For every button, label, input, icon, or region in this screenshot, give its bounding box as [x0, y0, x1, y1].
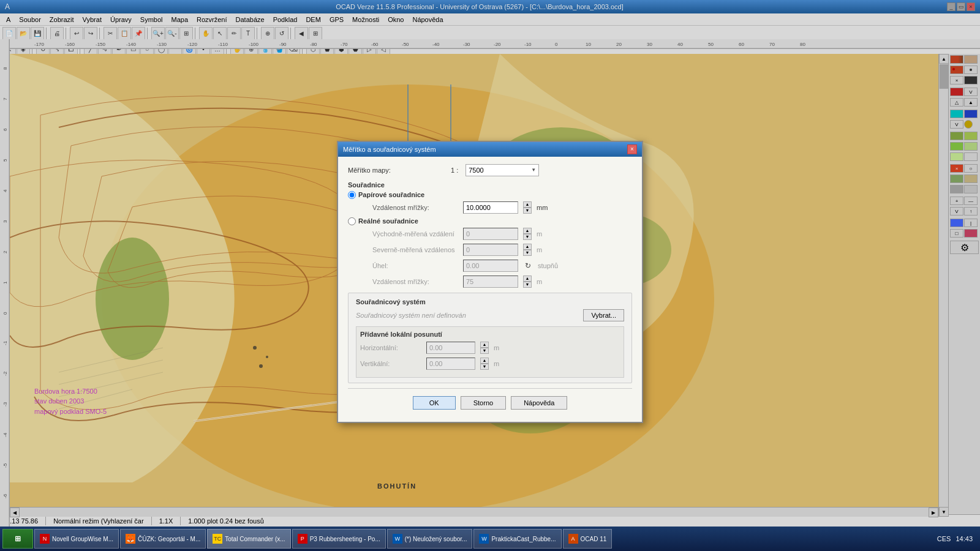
- vychodni-spinner[interactable]: ▲ ▼: [523, 228, 532, 240]
- geoportal-label: ČÚZK: Geoportál - M...: [138, 536, 200, 542]
- praktickacast-icon: W: [479, 534, 489, 544]
- vertikalni-row: Vertikální: ▲ ▼ m: [360, 358, 620, 370]
- taskbar-total-commander[interactable]: TC Total Commander (x...: [207, 529, 290, 549]
- vzdalenost-spin-down[interactable]: ▼: [523, 208, 532, 214]
- vychodni-unit: m: [537, 230, 555, 238]
- horizontalni-unit: m: [494, 344, 512, 351]
- horizontalni-spin-up[interactable]: ▲: [480, 342, 489, 348]
- taskbar-rubbersheeting[interactable]: P P3 Rubbersheeting - Po...: [292, 529, 386, 549]
- vzdalenost2-label: Vzdálenost mřížky:: [360, 278, 458, 285]
- severni-spin-up[interactable]: ▲: [523, 244, 532, 250]
- taskbar-groupwise[interactable]: N Novell GroupWise M...: [34, 529, 119, 549]
- vychodni-row: Východně-měřená vzdálení ▲ ▼ m: [360, 228, 632, 240]
- vzdalenost2-unit: m: [537, 278, 555, 285]
- vychodni-spin-up[interactable]: ▲: [523, 228, 532, 234]
- taskbar-praktickacast[interactable]: W PraktickaCast_Rubbe...: [473, 529, 561, 549]
- geoportal-icon: 🦊: [126, 534, 135, 544]
- realne-label: Reálné souřadnice: [358, 217, 418, 225]
- vybrat-button[interactable]: Vybrat...: [583, 309, 624, 321]
- coord-system-section: Souřadnicový systém Souřadnicový systém …: [348, 293, 632, 383]
- horizontalni-row: Horizontální: ▲ ▼ m: [360, 342, 620, 354]
- neulozen-icon: W: [393, 534, 402, 544]
- scale-row: Měřítko mapy: 1 : 7500 ▼: [348, 164, 632, 176]
- taskbar-ocad[interactable]: A OCAD 11: [563, 529, 612, 549]
- uhel-input[interactable]: [463, 260, 518, 272]
- taskbar-geoportal[interactable]: 🦊 ČÚZK: Geoportál - M...: [120, 529, 206, 549]
- realne-row: Reálné souřadnice: [348, 217, 632, 225]
- papirove-radio[interactable]: [348, 191, 356, 199]
- scale-combo[interactable]: 7500 ▼: [466, 164, 539, 176]
- severni-spinner[interactable]: ▲ ▼: [523, 244, 532, 256]
- rotate-icon[interactable]: ↻: [523, 261, 533, 271]
- vertikalni-input[interactable]: [426, 358, 475, 370]
- neulozen-label: (*) Neuložený soubor...: [405, 536, 467, 542]
- severni-row: Severně-měřená vzdálenos ▲ ▼ m: [360, 244, 632, 256]
- uhel-row: Úhel: ↻ stupňů: [360, 260, 632, 272]
- scale-label: Měřítko mapy:: [348, 167, 446, 174]
- horizontalni-spinner[interactable]: ▲ ▼: [480, 342, 489, 354]
- vertikalni-unit: m: [494, 360, 512, 367]
- dialog-overlay: Měřítko a souřadnicový systém × Měřítko …: [0, 0, 980, 551]
- horizontalni-input[interactable]: [426, 342, 475, 354]
- vzdalenost2-spin-down[interactable]: ▼: [523, 282, 532, 288]
- vzdalenost2-input[interactable]: [463, 276, 518, 288]
- scale-ratio: 1 :: [451, 167, 458, 174]
- rubbersheeting-icon: P: [298, 534, 307, 544]
- realne-radio[interactable]: [348, 217, 356, 225]
- uhel-unit: stupňů: [538, 262, 558, 269]
- coord-system-row: Souřadnicový systém není definován Vybra…: [356, 309, 624, 321]
- start-button[interactable]: ⊞: [2, 529, 33, 549]
- vzdalenost-input[interactable]: 10.0000: [463, 201, 518, 214]
- papirove-row: Papírové souřadnice: [348, 191, 632, 199]
- dialog-titlebar: Měřítko a souřadnicový systém ×: [338, 142, 642, 157]
- papirove-label: Papírové souřadnice: [358, 191, 424, 198]
- praktickacast-label: PraktickaCast_Rubbe...: [491, 536, 556, 542]
- pridavne-header: Přídavné lokální posunutí: [360, 331, 620, 338]
- ok-button[interactable]: OK: [413, 396, 456, 410]
- scale-value-field[interactable]: 7500 ▼: [466, 164, 539, 176]
- uhel-label: Úhel:: [360, 262, 458, 269]
- dialog-title: Měřítko a souřadnicový systém: [343, 146, 436, 153]
- scale-value: 7500: [469, 167, 483, 174]
- vzdalenost-spin-up[interactable]: ▲: [523, 201, 532, 208]
- vzdalenost-mrizky-row: Vzdálenost mřížky: 10.0000 ▲ ▼ mm: [360, 201, 632, 214]
- vertikalni-spin-up[interactable]: ▲: [480, 358, 489, 364]
- vzdalenost-spinner[interactable]: ▲ ▼: [523, 201, 532, 214]
- coord-system-text: Souřadnicový systém není definován: [356, 312, 578, 319]
- severni-spin-down[interactable]: ▼: [523, 250, 532, 256]
- ces-label: CES: [937, 535, 951, 542]
- vzdalenost-unit: mm: [537, 204, 555, 211]
- groupwise-label: Novell GroupWise M...: [52, 536, 113, 542]
- scale-dropdown-arrow: ▼: [531, 167, 536, 173]
- pridavne-section: Přídavné lokální posunutí Horizontální: …: [356, 326, 624, 378]
- severni-input[interactable]: [463, 244, 518, 256]
- dialog-buttons: OK Storno Nápověda: [348, 388, 632, 414]
- rubbersheeting-label: P3 Rubbersheeting - Po...: [310, 536, 380, 542]
- groupwise-icon: N: [40, 534, 50, 544]
- severni-unit: m: [537, 246, 555, 253]
- dialog-close-button[interactable]: ×: [627, 144, 637, 154]
- taskbar-right: CES 14:43: [937, 535, 978, 542]
- taskbar-neulozen[interactable]: W (*) Neuložený soubor...: [387, 529, 473, 549]
- total-commander-icon: TC: [213, 534, 222, 544]
- total-commander-label: Total Commander (x...: [225, 536, 285, 542]
- vertikalni-label: Vertikální:: [360, 360, 421, 367]
- vychodni-input[interactable]: [463, 228, 518, 240]
- vzdalenost2-spin-up[interactable]: ▲: [523, 276, 532, 282]
- horizontalni-label: Horizontální:: [360, 344, 421, 351]
- vzdalenost2-row: Vzdálenost mřížky: ▲ ▼ m: [360, 276, 632, 288]
- vertikalni-spinner[interactable]: ▲ ▼: [480, 358, 489, 370]
- scale-coordinate-dialog: Měřítko a souřadnicový systém × Měřítko …: [337, 141, 643, 423]
- horizontalni-spin-down[interactable]: ▼: [480, 348, 489, 354]
- dialog-body: Měřítko mapy: 1 : 7500 ▼ Souřadnice Papí…: [338, 157, 642, 422]
- vychodni-spin-down[interactable]: ▼: [523, 234, 532, 240]
- taskbar: ⊞ N Novell GroupWise M... 🦊 ČÚZK: Geopor…: [0, 527, 980, 551]
- vertikalni-spin-down[interactable]: ▼: [480, 364, 489, 370]
- clock: 14:43: [956, 535, 973, 542]
- vzdalenost2-spinner[interactable]: ▲ ▼: [523, 276, 532, 288]
- coord-system-header: Souřadnicový systém: [356, 298, 624, 305]
- souradnice-label: Souřadnice: [348, 181, 632, 189]
- ocad-icon: A: [568, 534, 578, 544]
- storno-button[interactable]: Storno: [461, 396, 506, 410]
- napoveda-button[interactable]: Nápověda: [511, 396, 567, 410]
